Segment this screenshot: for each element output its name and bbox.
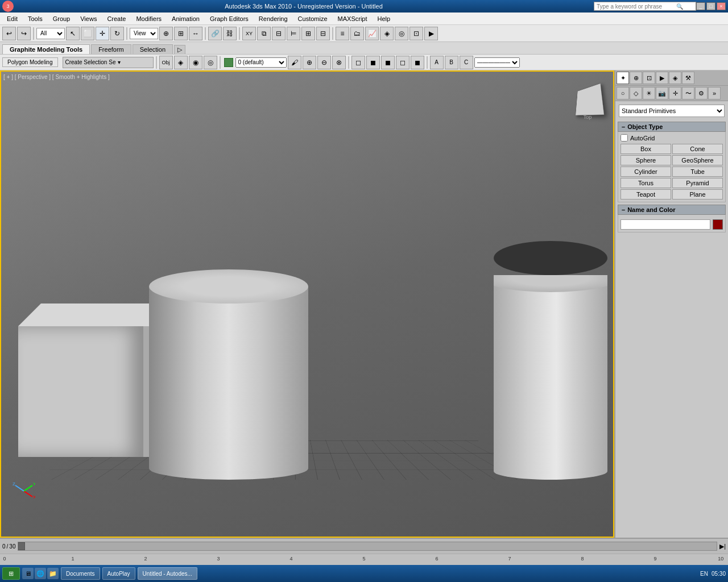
edit3-button[interactable]: ◎ — [204, 56, 217, 69]
snap2-button[interactable]: ⊞ — [174, 27, 188, 40]
torus-button[interactable]: Torus — [621, 178, 671, 188]
polygon-modeling-tab[interactable]: Polygon Modeling — [2, 57, 58, 67]
color-picker-button[interactable] — [713, 219, 723, 230]
menu-customize[interactable]: Customize — [293, 14, 332, 23]
minimize-button[interactable]: _ — [696, 2, 705, 10]
object-type-header[interactable]: – Object Type — [618, 122, 726, 132]
maximize-button[interactable]: □ — [706, 2, 715, 10]
view-select[interactable]: View — [130, 28, 158, 39]
tab-freeform[interactable]: Freeform — [91, 44, 131, 54]
taskbar-documents[interactable]: Documents — [61, 567, 100, 580]
render-setup-button[interactable]: ⊡ — [410, 27, 423, 40]
pyramid-button[interactable]: Pyramid — [672, 178, 723, 188]
render-button[interactable]: ▶ — [424, 27, 438, 40]
tube-button[interactable]: Tube — [672, 167, 723, 177]
cone-button[interactable]: Cone — [672, 144, 723, 154]
modify-panel-icon[interactable]: ⊕ — [630, 72, 642, 84]
menu-modifiers[interactable]: Modifiers — [131, 14, 166, 23]
tab-graphite[interactable]: Graphite Modeling Tools — [2, 44, 90, 54]
lights-icon[interactable]: ☀ — [643, 87, 655, 99]
quick-launch-2[interactable]: 🌐 — [35, 568, 46, 579]
start-button[interactable]: ⊞ — [2, 567, 20, 580]
plane-button[interactable]: Plane — [672, 189, 723, 199]
snap-button[interactable]: ⊕ — [159, 27, 173, 40]
taskbar-autoplay[interactable]: AutoPlay — [102, 567, 135, 580]
expand-icon[interactable]: » — [708, 87, 721, 99]
invert-sel-button[interactable]: ⊗ — [332, 56, 346, 69]
array-button[interactable]: ⊟ — [316, 27, 330, 40]
link-button[interactable]: 🔗 — [208, 27, 222, 40]
close-button[interactable]: × — [717, 2, 726, 10]
shrink-button[interactable]: ◼ — [411, 56, 424, 69]
spacing-button[interactable]: ⊞ — [301, 27, 315, 40]
menu-maxscript[interactable]: MAXScript — [333, 14, 372, 23]
timeline-slider[interactable] — [18, 542, 717, 551]
obj-mode-button[interactable]: Obj — [159, 56, 173, 69]
text-c-button[interactable]: C — [460, 56, 473, 69]
quick-launch-3[interactable]: 📁 — [47, 568, 59, 579]
material-editor-button[interactable]: ◎ — [395, 27, 408, 40]
name-input[interactable] — [621, 219, 710, 230]
utilities-panel-icon[interactable]: ⚒ — [682, 72, 694, 84]
search-bar[interactable]: 🔍 — [594, 2, 696, 11]
teapot-button[interactable]: Teapot — [621, 189, 671, 199]
loop-button[interactable]: ◼ — [366, 56, 380, 69]
timeline-end-button[interactable]: ▶| — [719, 543, 726, 550]
menu-views[interactable]: Views — [76, 14, 101, 23]
scale-button[interactable]: ↔ — [189, 27, 202, 40]
align-button[interactable]: ⊨ — [287, 27, 300, 40]
search-icon[interactable]: 🔍 — [676, 3, 683, 10]
layer-select[interactable]: 0 (default) — [235, 57, 287, 68]
display-panel-icon[interactable]: ◈ — [669, 72, 681, 84]
schematic-button[interactable]: ◈ — [380, 27, 394, 40]
text-b-button[interactable]: B — [445, 56, 458, 69]
autogrid-checkbox[interactable] — [621, 134, 628, 142]
select-region-button[interactable]: ⬜ — [81, 27, 94, 40]
brush-select[interactable]: —————— — [474, 57, 520, 68]
dropdown-arrow-icon[interactable]: ▾ — [118, 59, 121, 65]
paint-button[interactable]: 🖌 — [288, 56, 301, 69]
mirror-button[interactable]: ⊟ — [272, 27, 286, 40]
coord-x-button[interactable]: XY — [242, 27, 256, 40]
rotate-button[interactable]: ↻ — [110, 27, 124, 40]
grow-button[interactable]: ◻ — [396, 56, 410, 69]
shapes-icon[interactable]: ◇ — [630, 87, 642, 99]
viewport[interactable]: [ + ] [ Perspective ] [ Smooth + Highlig… — [0, 70, 614, 538]
motion-panel-icon[interactable]: ▶ — [656, 72, 668, 84]
layer-button[interactable]: ≡ — [336, 27, 349, 40]
menu-rendering[interactable]: Rendering — [254, 14, 292, 23]
timeline-ruler[interactable]: 0 1 2 3 4 5 6 7 8 9 10 — [0, 554, 728, 565]
edit2-button[interactable]: ◉ — [189, 56, 202, 69]
ring-button[interactable]: ◼ — [381, 56, 395, 69]
systems-icon[interactable]: ⚙ — [695, 87, 708, 99]
tab-selection[interactable]: Selection — [133, 44, 173, 54]
hierarchy-panel-icon[interactable]: ⊡ — [643, 72, 655, 84]
menu-help[interactable]: Help — [373, 14, 395, 23]
redo-button[interactable]: ↪ — [17, 27, 31, 40]
geosphere-button[interactable]: GeoSphere — [672, 155, 723, 165]
deselect-button[interactable]: ⊖ — [317, 56, 331, 69]
scene-button[interactable]: 🗂 — [350, 27, 364, 40]
search-input[interactable] — [597, 3, 676, 10]
unlink-button[interactable]: ⛓ — [223, 27, 237, 40]
snap3d-button[interactable]: ⧉ — [257, 27, 271, 40]
edit1-button[interactable]: ◈ — [174, 56, 188, 69]
undo-button[interactable]: ↩ — [2, 27, 16, 40]
timeline-thumb[interactable] — [18, 542, 25, 550]
curve-editor-button[interactable]: 📈 — [365, 27, 379, 40]
quick-launch-1[interactable]: 🖥 — [22, 568, 34, 579]
select-all-button[interactable]: ⊕ — [303, 56, 316, 69]
menu-graph-editors[interactable]: Graph Editors — [205, 14, 253, 23]
menu-create[interactable]: Create — [102, 14, 130, 23]
cameras-icon[interactable]: 📷 — [656, 87, 668, 99]
filter-select[interactable]: All — [36, 28, 65, 39]
create-panel-icon[interactable]: ✦ — [617, 72, 629, 84]
menu-group[interactable]: Group — [48, 14, 75, 23]
move-button[interactable]: ✛ — [96, 27, 109, 40]
box-button[interactable]: Box — [621, 144, 671, 154]
text-a-button[interactable]: A — [430, 56, 444, 69]
cylinder-button[interactable]: Cylinder — [621, 167, 671, 177]
taskbar-3dsmax[interactable]: Untitled - Autodes... — [138, 567, 197, 580]
menu-edit[interactable]: Edit — [2, 14, 22, 23]
spacewarps-icon[interactable]: 〜 — [682, 87, 694, 99]
